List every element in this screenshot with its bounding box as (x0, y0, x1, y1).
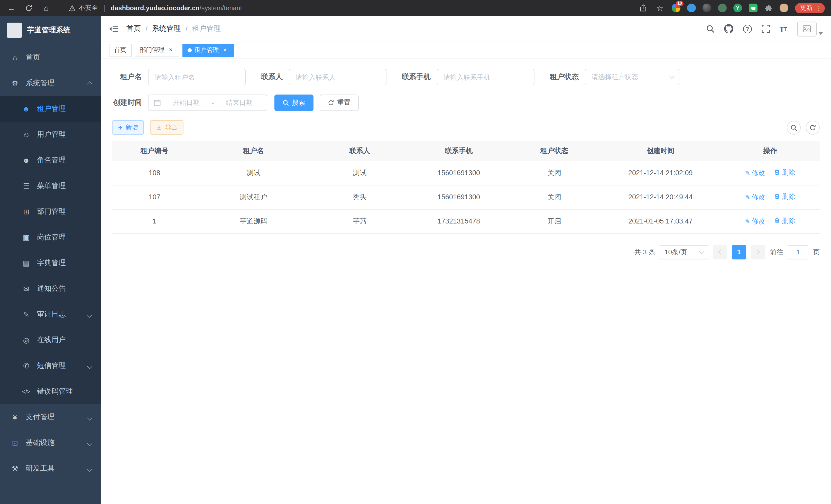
breadcrumb-system[interactable]: 系统管理 (152, 24, 181, 33)
browser-toolbar: ← ⌂ 不安全 dashboard.yudao.iocoder.cn/syste… (0, 0, 831, 16)
extension-green-icon[interactable] (718, 4, 727, 12)
trash-icon (774, 217, 780, 225)
sidebar-toggle-button[interactable] (109, 25, 118, 33)
status-select[interactable]: 请选择租户状态 (585, 69, 679, 85)
sidebar-item-infra[interactable]: ⊡ 基础设施 (0, 430, 101, 456)
reset-button-label: 重置 (337, 98, 350, 108)
sidebar-item-dict[interactable]: ▤ 字典管理 (0, 250, 101, 276)
toggle-search-button[interactable] (787, 120, 801, 135)
share-icon[interactable] (638, 4, 648, 12)
fullscreen-icon[interactable] (762, 25, 770, 33)
profile-avatar-icon[interactable] (780, 4, 789, 12)
phone-input[interactable] (437, 69, 535, 85)
sidebar-item-home[interactable]: ⌂ 首页 (0, 45, 101, 70)
sidebar-item-system[interactable]: ⚙ 系统管理 (0, 70, 101, 96)
app-title: 芋道管理系统 (27, 26, 70, 35)
delete-label: 删除 (782, 192, 795, 202)
goto-page-input[interactable] (788, 245, 808, 259)
github-icon[interactable] (724, 24, 733, 33)
tab-tenant[interactable]: 租户管理 × (182, 43, 234, 57)
refresh-table-button[interactable] (806, 120, 820, 135)
sidebar: 芋道管理系统 ⌂ 首页 ⚙ 系统管理 ☻ 租户管理 ☺ 用户管理 (0, 16, 101, 504)
home-icon[interactable]: ⌂ (41, 4, 51, 12)
breadcrumb-home[interactable]: 首页 (126, 24, 141, 33)
bookmark-star-icon[interactable]: ☆ (655, 3, 665, 12)
search-icon[interactable] (706, 25, 714, 33)
extension-y-icon[interactable]: Y (733, 4, 742, 12)
chevron-down-icon (88, 413, 91, 421)
cell-contact: 秃头 (310, 185, 409, 209)
create-time-label: 创建时间 (112, 98, 142, 108)
edit-link[interactable]: ✎修改 (745, 169, 765, 178)
chevron-down-icon (699, 249, 704, 254)
close-icon[interactable]: × (222, 47, 229, 54)
edit-label: 修改 (752, 217, 765, 226)
reload-icon[interactable] (24, 4, 34, 11)
sidebar-item-menu[interactable]: ☰ 菜单管理 (0, 173, 101, 199)
sidebar-item-audit-log[interactable]: ✎ 审计日志 (0, 302, 101, 327)
site-security-button[interactable]: 不安全 (69, 4, 98, 12)
refresh-icon (328, 100, 334, 106)
add-button[interactable]: + 新增 (112, 120, 144, 135)
filter-row-1: 租户名 联系人 联系手机 租户状态 请选择租户状态 (112, 69, 820, 85)
delete-link[interactable]: 删除 (774, 168, 795, 178)
tenant-name-input[interactable] (148, 69, 246, 85)
tab-home[interactable]: 首页 (109, 43, 132, 57)
next-page-button[interactable] (751, 245, 765, 259)
search-icon (283, 100, 289, 106)
sidebar-item-notice[interactable]: ✉ 通知公告 (0, 276, 101, 302)
prev-page-button[interactable] (713, 245, 727, 259)
col-contact: 联系人 (310, 141, 409, 161)
extension-dark-icon[interactable] (703, 4, 711, 12)
delete-link[interactable]: 删除 (774, 192, 795, 202)
tab-dept[interactable]: 部门管理 × (135, 43, 179, 57)
back-icon[interactable]: ← (6, 4, 17, 12)
page-size-select[interactable]: 10条/页 (660, 245, 708, 259)
edit-icon: ✎ (745, 194, 750, 201)
address-bar[interactable]: dashboard.yudao.iocoder.cn/system/tenant (111, 4, 242, 11)
broadcast-icon: ◎ (22, 336, 31, 344)
export-button[interactable]: 导出 (150, 120, 183, 135)
sidebar-item-error-code[interactable]: </> 错误码管理 (0, 379, 101, 404)
col-phone: 联系手机 (409, 141, 509, 161)
edit-link[interactable]: ✎修改 (745, 217, 765, 226)
contact-input[interactable] (289, 69, 386, 85)
help-icon[interactable]: ? (743, 24, 752, 33)
sidebar-item-dev-tools[interactable]: ⚒ 研发工具 (0, 456, 101, 481)
page-number-button[interactable]: 1 (732, 245, 746, 259)
reset-button[interactable]: 重置 (320, 94, 359, 111)
sidebar-item-role[interactable]: ☻ 角色管理 (0, 147, 101, 173)
sidebar-item-user[interactable]: ☺ 用户管理 (0, 122, 101, 147)
sidebar-item-post[interactable]: ▣ 岗位管理 (0, 225, 101, 250)
edit-link[interactable]: ✎修改 (745, 192, 765, 202)
user-avatar[interactable] (797, 21, 823, 36)
avatar-image (797, 21, 816, 36)
close-icon[interactable]: × (167, 47, 174, 54)
monitor-icon: ⊡ (10, 439, 20, 447)
message-icon: ✉ (22, 285, 31, 293)
cell-tenant-id: 107 (112, 185, 197, 209)
font-size-icon[interactable]: TT (779, 24, 787, 33)
extensions-puzzle-icon[interactable] (764, 4, 773, 12)
users-icon: ☻ (22, 105, 31, 113)
page-size-value: 10条/页 (664, 247, 687, 257)
code-icon: </> (22, 388, 31, 394)
delete-link[interactable]: 删除 (774, 216, 795, 226)
sidebar-item-online-user[interactable]: ◎ 在线用户 (0, 327, 101, 353)
sidebar-item-sms[interactable]: ✆ 短信管理 (0, 353, 101, 379)
add-button-label: 新增 (125, 123, 138, 132)
date-range-picker[interactable]: 开始日期 - 结束日期 (148, 94, 267, 111)
url-path: /system/tenant (200, 4, 242, 11)
cell-created: 2021-12-14 20:49:44 (600, 185, 720, 209)
extension-colorful-icon[interactable]: 10 (672, 4, 681, 12)
app-logo[interactable]: 芋道管理系统 (0, 16, 101, 45)
update-button[interactable]: 更新 ⋮ (795, 3, 825, 13)
sidebar-item-payment[interactable]: ¥ 支付管理 (0, 404, 101, 430)
search-button[interactable]: 搜索 (275, 94, 314, 111)
extension-blue-icon[interactable] (687, 4, 696, 12)
top-navbar: 首页 / 系统管理 / 租户管理 ? (101, 16, 831, 41)
sidebar-menu: ⌂ 首页 ⚙ 系统管理 ☻ 租户管理 ☺ 用户管理 ☻ (0, 45, 101, 481)
extension-chat-icon[interactable] (749, 4, 757, 12)
sidebar-item-dept[interactable]: ⊞ 部门管理 (0, 199, 101, 225)
sidebar-item-tenant[interactable]: ☻ 租户管理 (0, 96, 101, 122)
